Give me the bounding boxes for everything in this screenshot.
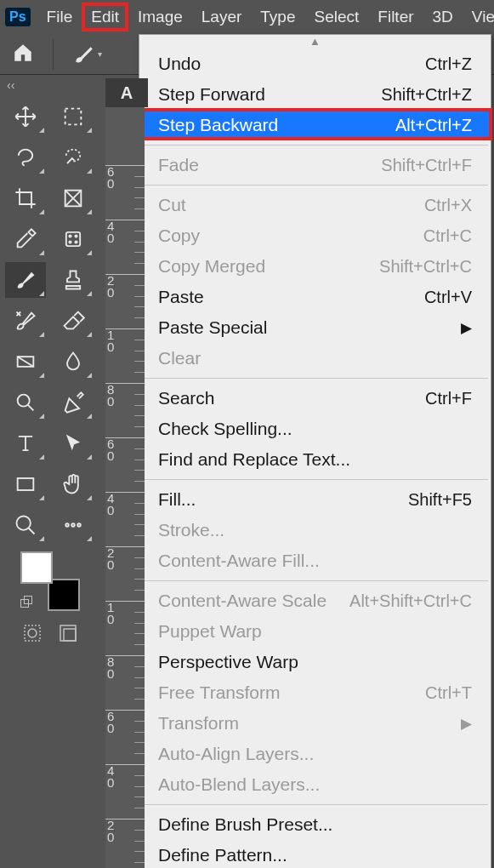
menuitem-paste-special[interactable]: Paste Special▶ xyxy=(139,312,491,343)
svg-point-6 xyxy=(75,241,77,243)
menu-layer[interactable]: Layer xyxy=(192,3,252,31)
more-tool[interactable] xyxy=(53,507,94,543)
screen-mode-icon[interactable] xyxy=(58,623,78,647)
menuitem-label: Paste Special xyxy=(158,317,267,338)
zoom-tool[interactable] xyxy=(5,507,46,543)
menuitem-label: Puppet Warp xyxy=(158,621,262,642)
menu-filter[interactable]: Filter xyxy=(368,3,423,31)
blur-tool[interactable] xyxy=(53,344,94,380)
menuitem-step-backward[interactable]: Step BackwardAlt+Ctrl+Z xyxy=(139,110,491,140)
crop-tool[interactable] xyxy=(5,180,46,216)
menuitem-label: Content-Aware Fill... xyxy=(158,551,320,571)
menuitem-shortcut: Alt+Ctrl+Z xyxy=(395,116,472,135)
menuitem-step-forward[interactable]: Step ForwardShift+Ctrl+Z xyxy=(139,79,491,110)
lasso-tool[interactable] xyxy=(5,140,46,175)
menu-separator xyxy=(142,378,488,379)
menuitem-label: Undo xyxy=(158,54,201,74)
rectangle-tool[interactable] xyxy=(5,466,46,502)
document-tab[interactable]: A xyxy=(105,78,148,107)
flyout-indicator-icon xyxy=(87,536,92,541)
menuitem-label: Transform xyxy=(158,713,239,734)
menuitem-content-aware-fill: Content-Aware Fill... xyxy=(139,545,491,576)
submenu-arrow-icon: ▶ xyxy=(452,715,472,733)
flyout-indicator-icon xyxy=(87,495,92,500)
menuitem-label: Copy Merged xyxy=(158,256,265,277)
quick-mask-icon[interactable] xyxy=(22,623,43,647)
menuitem-auto-align-layers: Auto-Align Layers... xyxy=(139,739,491,769)
menuitem-shortcut: Shift+Ctrl+F xyxy=(381,156,472,175)
eyedropper-tool[interactable] xyxy=(5,221,46,257)
menuitem-undo[interactable]: UndoCtrl+Z xyxy=(139,49,491,79)
flyout-indicator-icon xyxy=(39,168,44,174)
menuitem-copy-merged: Copy MergedShift+Ctrl+C xyxy=(139,251,491,282)
submenu-arrow-icon: ▶ xyxy=(452,319,472,337)
menuitem-check-spelling[interactable]: Check Spelling... xyxy=(139,414,491,444)
menuitem-copy: CopyCtrl+C xyxy=(139,220,491,251)
menu-select[interactable]: Select xyxy=(305,3,369,31)
marquee-tool[interactable] xyxy=(53,99,94,134)
foreground-color-chip[interactable] xyxy=(20,551,53,584)
frame-tool[interactable] xyxy=(53,180,94,216)
svg-rect-0 xyxy=(65,109,82,125)
menuitem-label: Step Backward xyxy=(158,115,278,135)
brush-icon[interactable]: ▾ xyxy=(72,43,102,66)
menuitem-label: Find and Replace Text... xyxy=(158,449,350,470)
menuitem-fade: FadeShift+Ctrl+F xyxy=(139,150,491,180)
ruler-horizontal xyxy=(105,107,145,128)
flyout-indicator-icon xyxy=(87,250,92,255)
flyout-indicator-icon xyxy=(39,454,44,460)
flyout-indicator-icon xyxy=(87,454,92,460)
menuitem-shortcut: Shift+Ctrl+Z xyxy=(381,85,472,105)
edit-menu-dropdown: ▲ UndoCtrl+ZStep ForwardShift+Ctrl+ZStep… xyxy=(139,34,491,868)
flyout-indicator-icon xyxy=(39,209,44,214)
stamp-tool[interactable] xyxy=(53,262,94,298)
menu-edit[interactable]: Edit xyxy=(82,3,128,31)
hand-tool[interactable] xyxy=(53,466,94,502)
patch-tool[interactable] xyxy=(53,221,94,257)
menuitem-auto-blend-layers: Auto-Blend Layers... xyxy=(139,769,491,800)
tool-panel-collapse-icon[interactable]: ‹‹ xyxy=(7,78,14,92)
menuitem-define-brush-preset[interactable]: Define Brush Preset... xyxy=(139,809,491,840)
path-select-tool[interactable] xyxy=(53,425,94,461)
svg-rect-17 xyxy=(64,629,76,641)
menuitem-fill[interactable]: Fill...Shift+F5 xyxy=(139,484,491,515)
flyout-indicator-icon xyxy=(87,414,92,419)
swap-colors-icon[interactable] xyxy=(20,594,34,608)
color-chips[interactable] xyxy=(20,551,80,611)
menuitem-label: Content-Aware Scale xyxy=(158,591,326,611)
flyout-indicator-icon xyxy=(39,332,44,337)
menuitem-label: Define Brush Preset... xyxy=(158,814,332,835)
flyout-indicator-icon xyxy=(39,373,44,378)
svg-point-11 xyxy=(65,523,69,527)
menuitem-define-pattern[interactable]: Define Pattern... xyxy=(139,840,491,868)
menuitem-perspective-warp[interactable]: Perspective Warp xyxy=(139,647,491,677)
move-tool[interactable] xyxy=(5,99,46,134)
flyout-indicator-icon xyxy=(87,291,92,296)
menuitem-search[interactable]: SearchCtrl+F xyxy=(139,383,491,414)
menu-type[interactable]: Type xyxy=(251,3,304,31)
quick-select-tool[interactable] xyxy=(53,140,94,175)
history-brush-tool[interactable] xyxy=(5,303,46,339)
type-tool[interactable] xyxy=(5,425,46,461)
menu-vie[interactable]: Vie xyxy=(463,3,494,31)
menuitem-shortcut: Ctrl+F xyxy=(425,389,472,408)
gradient-tool[interactable] xyxy=(5,344,46,380)
menuitem-paste[interactable]: PasteCtrl+V xyxy=(139,282,491,312)
svg-rect-16 xyxy=(60,625,76,641)
home-icon[interactable] xyxy=(12,42,34,67)
menu-file[interactable]: File xyxy=(37,3,82,31)
scroll-up-arrow-icon[interactable]: ▲ xyxy=(139,35,491,49)
dodge-tool[interactable] xyxy=(5,385,46,420)
eraser-tool[interactable] xyxy=(53,303,94,339)
toolbox xyxy=(0,94,100,652)
flyout-indicator-icon xyxy=(87,373,92,378)
menuitem-find-and-replace-text[interactable]: Find and Replace Text... xyxy=(139,444,491,475)
pen-tool[interactable] xyxy=(53,385,94,420)
menuitem-label: Fade xyxy=(158,155,199,175)
svg-point-13 xyxy=(77,523,81,527)
menu-image[interactable]: Image xyxy=(128,3,192,31)
brush-tool[interactable] xyxy=(5,262,46,298)
menuitem-label: Step Forward xyxy=(158,84,265,105)
menu-3d[interactable]: 3D xyxy=(423,3,463,31)
svg-rect-14 xyxy=(25,625,40,641)
